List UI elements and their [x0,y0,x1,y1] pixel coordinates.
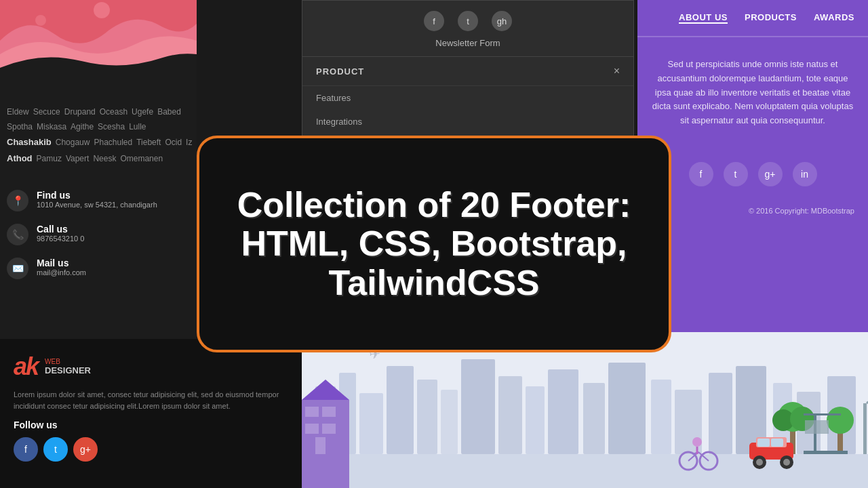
right-twitter-icon[interactable]: t [724,162,748,186]
svg-rect-31 [804,413,841,415]
callus-title: Call us [37,224,84,235]
right-facebook-icon[interactable]: f [689,162,713,186]
name-chashakib: Chashakib [7,137,52,147]
name-ugefe: Ugefe [132,107,153,117]
product-header: PRODUCT × [302,57,633,86]
googleplus-button[interactable]: g+ [73,437,98,462]
svg-rect-34 [805,420,829,434]
callus-sub: 9876543210 0 [37,235,84,243]
name-omemanen: Omemanen [120,154,163,163]
name-phachuled: Phachuled [94,138,132,147]
dropdown-facebook-icon[interactable]: f [424,11,444,31]
dropdown-github-icon[interactable]: gh [492,11,512,31]
dropdown-twitter-icon[interactable]: t [458,11,478,31]
findus-sub: 1010 Avenue, sw 54321, chandigarh [37,201,157,209]
svg-rect-50 [863,403,867,454]
svg-rect-7 [359,393,383,454]
svg-rect-14 [548,369,578,454]
svg-rect-15 [583,383,605,454]
name-scesha: Scesha [98,122,125,131]
right-copyright: © 2016 Copyright: MDBootstrap [637,200,868,222]
bottom-left-panel: ak WEB DESIGNER Lorem ipsum dolor sit am… [0,339,319,488]
mail-icon: ✉️ [7,258,28,279]
svg-point-48 [692,437,702,447]
name-chogauw: Chogauw [56,138,90,147]
name-miskasa: Miskasa [37,122,66,131]
svg-point-40 [783,459,790,466]
svg-rect-41 [757,439,770,447]
name-eldew: Eldew [7,107,29,117]
name-iz: Iz [186,138,192,147]
name-oceash: Oceash [100,107,127,117]
svg-point-1 [94,2,110,18]
social-buttons: f t g+ [14,437,305,462]
location-icon: 📍 [7,190,28,211]
contact-callus: 📞 Call us 9876543210 0 [7,224,157,245]
nav-products[interactable]: PRODUCTS [745,12,797,24]
contact-section: 📍 Find us 1010 Avenue, sw 54321, chandig… [7,190,157,291]
svg-rect-16 [608,363,646,454]
svg-rect-9 [417,380,437,454]
contact-mailus: ✉️ Mail us mail@info.com [7,258,157,279]
svg-point-2 [35,15,46,26]
newsletter-link[interactable]: Newsletter Form [302,38,633,57]
web-word: WEB [45,358,91,365]
phone-icon: 📞 [7,224,28,245]
ak-letters: ak [14,352,38,381]
name-athod: Athod [7,153,33,163]
svg-rect-57 [315,437,326,454]
svg-rect-56 [322,424,336,434]
svg-rect-55 [305,424,319,434]
svg-rect-13 [526,386,545,454]
product-title: PRODUCT [316,66,364,77]
designer-word: DESIGNER [45,365,91,375]
right-panel: ABOUT US PRODUCTS AWARDS Sed ut perspici… [637,0,868,339]
city-scene: ✈ [302,332,868,488]
ak-logo: ak WEB DESIGNER [14,352,305,381]
facebook-button[interactable]: f [14,437,38,462]
svg-rect-12 [498,376,522,454]
lorem-text: Lorem ipsum dolor sit amet, consec tetur… [14,389,305,411]
svg-rect-53 [305,407,319,417]
nav-about-us[interactable]: ABOUT US [679,12,728,24]
dropdown-social-icons: f t gh [302,1,633,38]
center-dropdown: f t gh Newsletter Form PRODUCT × Feature… [302,0,634,142]
name-neesk: Neesk [93,154,116,163]
svg-rect-54 [322,407,336,417]
name-agithe: Agithe [71,122,94,131]
close-button[interactable]: × [614,65,620,77]
follow-label: Follow us [14,420,305,430]
name-babed: Babed [157,107,181,117]
name-tiebeft: Tiebeft [136,138,161,147]
dropdown-features[interactable]: Features [302,86,633,110]
svg-rect-42 [771,439,783,447]
findus-title: Find us [37,190,157,201]
name-secuce: Secuce [33,107,60,117]
names-section: EldewSecuceDrupandOceashUgefeBabed Spoth… [7,105,196,166]
name-pamuz: Pamuz [37,154,62,163]
svg-rect-10 [441,390,458,454]
nav-awards[interactable]: AWARDS [814,12,854,24]
svg-rect-19 [709,373,732,454]
right-body-text: Sed ut perspiciatis unde omnis iste natu… [637,37,868,148]
name-spotha: Spotha [7,122,33,131]
svg-rect-33 [804,451,848,454]
twitter-button[interactable]: t [43,437,68,462]
mailus-sub: mail@info.com [37,268,86,277]
svg-point-30 [827,407,854,434]
right-googleplus-icon[interactable]: g+ [758,162,783,186]
city-svg: ✈ [302,332,868,488]
main-overlay: Collection of 20 Footer: HTML, CSS, Boot… [197,136,671,352]
name-ocid: Ocid [165,138,182,147]
overlay-title: Collection of 20 Footer: HTML, CSS, Boot… [199,172,669,316]
right-linkedin-icon[interactable]: in [793,162,817,186]
pink-wave [0,0,197,88]
svg-rect-8 [387,366,414,454]
dropdown-integrations[interactable]: Integrations [302,110,633,134]
svg-rect-11 [461,359,495,454]
contact-findus: 📍 Find us 1010 Avenue, sw 54321, chandig… [7,190,157,211]
svg-point-38 [756,459,763,466]
name-drupand: Drupand [64,107,96,117]
mailus-title: Mail us [37,258,86,268]
svg-rect-17 [651,380,671,454]
